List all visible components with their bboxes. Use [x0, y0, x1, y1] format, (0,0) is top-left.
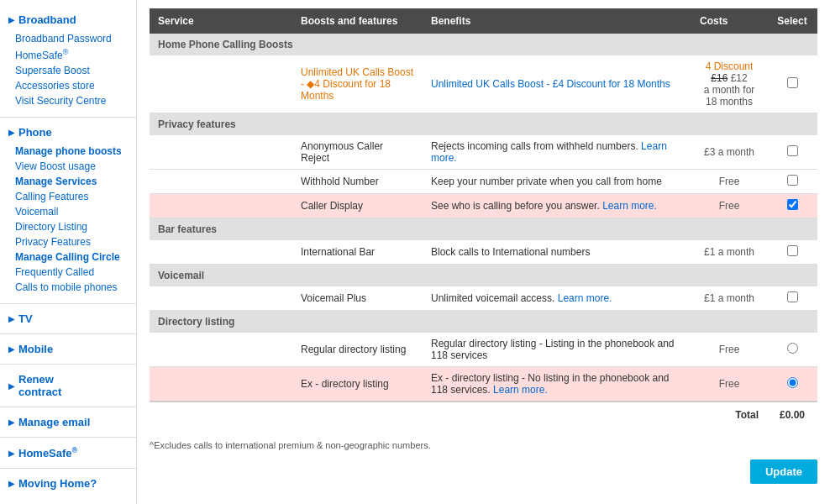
sidebar-moving-home-link[interactable]: Moving Home?	[18, 477, 97, 490]
sidebar-renew-link[interactable]: Renewcontract	[18, 373, 61, 398]
benefit-anonymous: Rejects incoming calls from withheld num…	[423, 135, 691, 170]
sidebar-item-frequently-called[interactable]: Frequently Called	[15, 265, 136, 280]
sidebar-mobile-link[interactable]: Mobile	[18, 343, 53, 355]
sidebar-divider-4	[0, 364, 136, 365]
service-name-voicemail-plus	[150, 286, 292, 311]
select-regular-dir	[767, 333, 817, 367]
sidebar-section-manage-email[interactable]: ▶ Manage email	[0, 411, 136, 433]
sidebar-item-broadband-password[interactable]: Broadband Password	[15, 31, 136, 46]
benefit-unlimited: Unlimited UK Calls Boost - £4 Discount f…	[423, 55, 691, 113]
section-label-privacy: Privacy features	[150, 113, 817, 136]
costs-withhold: Free	[691, 170, 767, 194]
sidebar-item-privacy-features[interactable]: Privacy Features	[15, 234, 136, 249]
sidebar-item-homesafe[interactable]: HomeSafe®	[15, 46, 136, 63]
sidebar-item-calls-to-mobile[interactable]: Calls to mobile phones	[15, 280, 136, 295]
costs-discount-label: 4 Discount	[706, 60, 754, 72]
select-withhold	[767, 170, 817, 194]
services-table: Service Boosts and features Benefits Cos…	[150, 8, 817, 428]
sidebar-item-manage-calling-circle[interactable]: Manage Calling Circle	[15, 249, 136, 265]
boost-anonymous: Anonymous Caller Reject	[292, 135, 423, 170]
sidebar: ▶ Broadband Broadband Password HomeSafe®…	[0, 0, 137, 504]
main-content: Service Boosts and features Benefits Cos…	[137, 0, 830, 504]
mobile-arrow-icon: ▶	[8, 344, 15, 354]
section-bar-features: Bar features	[150, 218, 817, 241]
table-row-regular-directory: Regular directory listing Regular direct…	[150, 333, 817, 367]
sidebar-homesafe-link[interactable]: HomeSafe®	[18, 446, 77, 459]
checkbox-voicemail-plus[interactable]	[787, 291, 798, 302]
sidebar-section-moving-home[interactable]: ▶ Moving Home?	[0, 472, 136, 495]
update-btn-container: Update	[150, 459, 817, 484]
checkbox-unlimited[interactable]	[787, 77, 798, 88]
update-button[interactable]: Update	[750, 459, 817, 484]
table-header-row: Service Boosts and features Benefits Cos…	[150, 8, 817, 34]
sidebar-item-manage-phone-boosts[interactable]: Manage phone boosts	[15, 144, 136, 159]
service-name-regular-dir	[150, 333, 292, 367]
sidebar-divider-3	[0, 333, 136, 334]
sidebar-item-voicemail[interactable]: Voicemail	[15, 204, 136, 219]
radio-ex-dir[interactable]	[787, 377, 798, 388]
sidebar-section-renew[interactable]: ▶ Renewcontract	[0, 368, 136, 403]
sidebar-divider-1	[0, 117, 136, 118]
table-row-voicemail-plus: Voicemail Plus Unlimited voicemail acces…	[150, 286, 817, 311]
costs-duration: a month for	[704, 84, 755, 96]
sidebar-item-supersafe-boost[interactable]: Supersafe Boost	[15, 63, 136, 78]
select-unlimited	[767, 55, 817, 113]
section-home-phone-boosts: Home Phone Calling Boosts	[150, 34, 817, 55]
costs-original-price: £16	[711, 72, 728, 84]
benefit-ex-dir: Ex - directory listing - No listing in t…	[423, 367, 691, 402]
sidebar-item-view-boost-usage[interactable]: View Boost usage	[15, 159, 136, 174]
header-boosts: Boosts and features	[292, 8, 423, 34]
sidebar-item-directory-listing[interactable]: Directory Listing	[15, 219, 136, 234]
checkbox-intl-bar[interactable]	[787, 245, 798, 256]
section-label-directory: Directory listing	[150, 311, 817, 333]
sidebar-divider-2	[0, 303, 136, 304]
sidebar-section-mobile[interactable]: ▶ Mobile	[0, 338, 136, 360]
total-label: Total	[691, 402, 767, 428]
sidebar-manage-email-link[interactable]: Manage email	[18, 416, 90, 428]
total-label-cell	[150, 402, 691, 428]
phone-arrow-icon: ▶	[8, 128, 15, 137]
boost-ex-dir: Ex - directory listing	[292, 367, 423, 402]
costs-new-price: £12	[731, 72, 748, 84]
boost-withhold: Withhold Number	[292, 170, 423, 194]
homesafe2-arrow-icon: ▶	[8, 449, 15, 458]
checkbox-anonymous[interactable]	[787, 145, 798, 156]
table-row-ex-directory: Ex - directory listing Ex - directory li…	[150, 367, 817, 402]
learn-more-caller-display[interactable]: Learn more.	[602, 200, 657, 212]
sidebar-item-manage-services[interactable]: Manage Services	[15, 174, 136, 189]
costs-caller-display: Free	[691, 194, 767, 218]
sidebar-item-accessories-store[interactable]: Accessories store	[15, 78, 136, 93]
sidebar-section-phone[interactable]: ▶ Phone	[0, 121, 136, 144]
costs-voicemail-plus: £1 a month	[691, 286, 767, 311]
section-directory-listing: Directory listing	[150, 311, 817, 333]
table-row-international-bar: International Bar Block calls to Interna…	[150, 240, 817, 265]
phone-sub-items: Manage phone boosts View Boost usage Man…	[0, 144, 136, 300]
learn-more-voicemail[interactable]: Learn more.	[558, 292, 612, 304]
service-name-intl-bar	[150, 240, 292, 265]
sidebar-item-calling-features[interactable]: Calling Features	[15, 189, 136, 204]
sidebar-section-tv[interactable]: ▶ TV	[0, 307, 136, 330]
manage-email-arrow-icon: ▶	[8, 417, 15, 427]
header-benefits: Benefits	[423, 8, 691, 34]
header-select: Select	[767, 8, 817, 34]
sidebar-section-broadband[interactable]: ▶ Broadband	[0, 8, 136, 31]
table-row-unlimited-uk-calls: Unlimited UK Calls Boost - ◆4 Discount f…	[150, 55, 817, 113]
sidebar-broadband-link[interactable]: Broadband	[18, 13, 76, 26]
sidebar-phone-link[interactable]: Phone	[18, 126, 52, 139]
radio-regular-dir[interactable]	[787, 343, 798, 354]
footnote-text: ^Excludes calls to international premium…	[150, 436, 817, 454]
sidebar-item-visit-security-centre[interactable]: Visit Security Centre	[15, 93, 136, 108]
select-anonymous	[767, 135, 817, 170]
select-ex-dir	[767, 367, 817, 402]
learn-more-ex-dir[interactable]: Learn more.	[493, 384, 548, 396]
sidebar-tv-link[interactable]: TV	[18, 312, 33, 325]
checkbox-caller-display[interactable]	[787, 199, 798, 210]
learn-more-anonymous[interactable]: Learn more.	[431, 140, 667, 164]
select-voicemail-plus	[767, 286, 817, 311]
checkbox-withhold[interactable]	[787, 175, 798, 186]
benefit-unlimited-link[interactable]: Unlimited UK Calls Boost - £4 Discount f…	[431, 78, 670, 90]
sidebar-section-homesafe[interactable]: ▶ HomeSafe®	[0, 441, 136, 465]
sidebar-divider-5	[0, 407, 136, 407]
sidebar-divider-7	[0, 468, 136, 469]
select-caller-display	[767, 194, 817, 218]
